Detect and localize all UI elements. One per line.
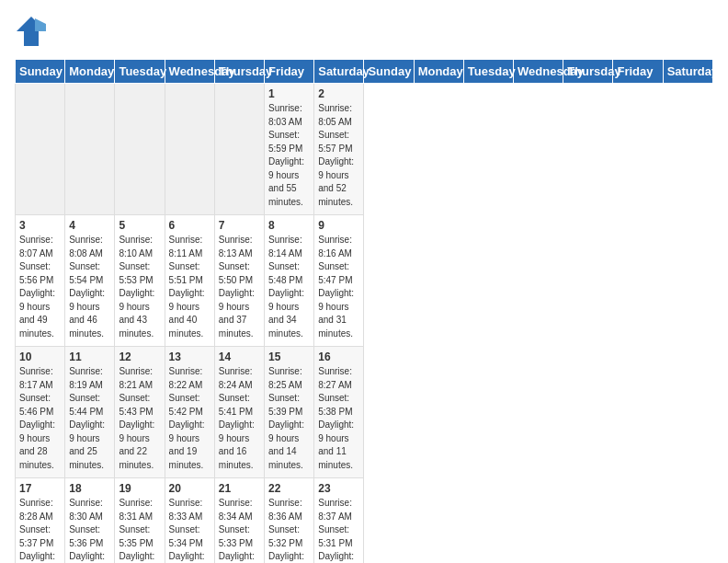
calendar-cell: 3Sunrise: 8:07 AM Sunset: 5:56 PM Daylig…	[16, 215, 65, 347]
calendar-cell: 19Sunrise: 8:31 AM Sunset: 5:35 PM Dayli…	[115, 478, 165, 564]
calendar-table: SundayMondayTuesdayWednesdayThursdayFrid…	[15, 59, 713, 563]
day-info: Sunrise: 8:10 AM Sunset: 5:53 PM Dayligh…	[119, 234, 160, 340]
day-number: 9	[318, 219, 359, 232]
day-number: 23	[318, 482, 359, 495]
calendar-cell: 20Sunrise: 8:33 AM Sunset: 5:34 PM Dayli…	[165, 478, 214, 564]
calendar-week-row: 10Sunrise: 8:17 AM Sunset: 5:46 PM Dayli…	[16, 347, 713, 478]
header-monday: Monday	[65, 60, 115, 84]
header-sunday: Sunday	[364, 60, 414, 84]
header-monday: Monday	[414, 60, 463, 84]
svg-marker-1	[35, 18, 46, 31]
calendar-cell	[214, 84, 264, 215]
calendar-cell: 18Sunrise: 8:30 AM Sunset: 5:36 PM Dayli…	[65, 478, 115, 564]
calendar-cell: 12Sunrise: 8:21 AM Sunset: 5:43 PM Dayli…	[115, 347, 165, 478]
header-friday: Friday	[613, 60, 663, 84]
day-info: Sunrise: 8:21 AM Sunset: 5:43 PM Dayligh…	[119, 365, 160, 472]
day-number: 10	[19, 350, 61, 363]
calendar-cell: 21Sunrise: 8:34 AM Sunset: 5:33 PM Dayli…	[214, 478, 264, 564]
day-info: Sunrise: 8:24 AM Sunset: 5:41 PM Dayligh…	[219, 365, 260, 472]
day-info: Sunrise: 8:27 AM Sunset: 5:38 PM Dayligh…	[318, 365, 359, 472]
header-wednesday: Wednesday	[514, 60, 563, 84]
calendar-cell: 22Sunrise: 8:36 AM Sunset: 5:32 PM Dayli…	[265, 478, 314, 564]
day-number: 22	[268, 482, 310, 495]
calendar-cell: 2Sunrise: 8:05 AM Sunset: 5:57 PM Daylig…	[314, 84, 364, 215]
day-info: Sunrise: 8:14 AM Sunset: 5:48 PM Dayligh…	[268, 234, 310, 340]
calendar-cell: 7Sunrise: 8:13 AM Sunset: 5:50 PM Daylig…	[214, 215, 264, 347]
header-saturday: Saturday	[663, 60, 712, 84]
day-info: Sunrise: 8:28 AM Sunset: 5:37 PM Dayligh…	[19, 497, 61, 563]
header-tuesday: Tuesday	[463, 60, 513, 84]
calendar-week-row: 1Sunrise: 8:03 AM Sunset: 5:59 PM Daylig…	[16, 84, 713, 215]
calendar-cell: 13Sunrise: 8:22 AM Sunset: 5:42 PM Dayli…	[165, 347, 214, 478]
calendar-cell: 23Sunrise: 8:37 AM Sunset: 5:31 PM Dayli…	[314, 478, 364, 564]
day-number: 6	[169, 219, 210, 232]
calendar-cell: 15Sunrise: 8:25 AM Sunset: 5:39 PM Dayli…	[265, 347, 314, 478]
day-number: 19	[119, 482, 160, 495]
calendar-cell	[115, 84, 165, 215]
calendar-cell: 17Sunrise: 8:28 AM Sunset: 5:37 PM Dayli…	[16, 478, 65, 564]
calendar-cell	[16, 84, 65, 215]
day-info: Sunrise: 8:31 AM Sunset: 5:35 PM Dayligh…	[119, 497, 160, 563]
calendar-cell: 6Sunrise: 8:11 AM Sunset: 5:51 PM Daylig…	[165, 215, 214, 347]
logo	[15, 15, 51, 48]
day-number: 2	[318, 87, 359, 100]
calendar-week-row: 17Sunrise: 8:28 AM Sunset: 5:37 PM Dayli…	[16, 478, 713, 564]
day-info: Sunrise: 8:22 AM Sunset: 5:42 PM Dayligh…	[169, 365, 210, 472]
day-info: Sunrise: 8:33 AM Sunset: 5:34 PM Dayligh…	[169, 497, 210, 563]
day-info: Sunrise: 8:34 AM Sunset: 5:33 PM Dayligh…	[219, 497, 260, 563]
day-info: Sunrise: 8:07 AM Sunset: 5:56 PM Dayligh…	[19, 234, 61, 340]
calendar-header-row: SundayMondayTuesdayWednesdayThursdayFrid…	[16, 60, 713, 84]
day-number: 4	[69, 219, 110, 232]
header-thursday: Thursday	[563, 60, 613, 84]
calendar-week-row: 3Sunrise: 8:07 AM Sunset: 5:56 PM Daylig…	[16, 215, 713, 347]
calendar-cell	[165, 84, 214, 215]
day-info: Sunrise: 8:37 AM Sunset: 5:31 PM Dayligh…	[318, 497, 359, 563]
day-number: 1	[268, 87, 310, 100]
day-info: Sunrise: 8:11 AM Sunset: 5:51 PM Dayligh…	[169, 234, 210, 340]
day-number: 8	[268, 219, 310, 232]
logo-icon	[15, 15, 48, 48]
calendar-cell: 14Sunrise: 8:24 AM Sunset: 5:41 PM Dayli…	[214, 347, 264, 478]
day-number: 21	[219, 482, 260, 495]
day-info: Sunrise: 8:17 AM Sunset: 5:46 PM Dayligh…	[19, 365, 61, 472]
day-info: Sunrise: 8:13 AM Sunset: 5:50 PM Dayligh…	[219, 234, 260, 340]
day-number: 12	[119, 350, 160, 363]
header-thursday: Thursday	[214, 60, 264, 84]
day-number: 20	[169, 482, 210, 495]
day-info: Sunrise: 8:16 AM Sunset: 5:47 PM Dayligh…	[318, 234, 359, 340]
calendar-cell: 9Sunrise: 8:16 AM Sunset: 5:47 PM Daylig…	[314, 215, 364, 347]
calendar-cell	[65, 84, 115, 215]
day-number: 14	[219, 350, 260, 363]
day-info: Sunrise: 8:19 AM Sunset: 5:44 PM Dayligh…	[69, 365, 110, 472]
day-number: 7	[219, 219, 260, 232]
calendar-cell: 16Sunrise: 8:27 AM Sunset: 5:38 PM Dayli…	[314, 347, 364, 478]
day-info: Sunrise: 8:08 AM Sunset: 5:54 PM Dayligh…	[69, 234, 110, 340]
header-wednesday: Wednesday	[165, 60, 214, 84]
day-number: 15	[268, 350, 310, 363]
day-number: 5	[119, 219, 160, 232]
header-sunday: Sunday	[16, 60, 65, 84]
calendar-cell: 1Sunrise: 8:03 AM Sunset: 5:59 PM Daylig…	[265, 84, 314, 215]
day-number: 16	[318, 350, 359, 363]
header-friday: Friday	[265, 60, 314, 84]
day-number: 3	[19, 219, 61, 232]
day-info: Sunrise: 8:03 AM Sunset: 5:59 PM Dayligh…	[268, 102, 310, 209]
page-header	[15, 15, 713, 48]
day-info: Sunrise: 8:30 AM Sunset: 5:36 PM Dayligh…	[69, 497, 110, 563]
header-saturday: Saturday	[314, 60, 364, 84]
day-number: 11	[69, 350, 110, 363]
day-info: Sunrise: 8:36 AM Sunset: 5:32 PM Dayligh…	[268, 497, 310, 563]
calendar-cell: 5Sunrise: 8:10 AM Sunset: 5:53 PM Daylig…	[115, 215, 165, 347]
day-number: 18	[69, 482, 110, 495]
day-info: Sunrise: 8:05 AM Sunset: 5:57 PM Dayligh…	[318, 102, 359, 209]
calendar-cell: 8Sunrise: 8:14 AM Sunset: 5:48 PM Daylig…	[265, 215, 314, 347]
day-info: Sunrise: 8:25 AM Sunset: 5:39 PM Dayligh…	[268, 365, 310, 472]
day-number: 17	[19, 482, 61, 495]
day-number: 13	[169, 350, 210, 363]
header-tuesday: Tuesday	[115, 60, 165, 84]
calendar-cell: 11Sunrise: 8:19 AM Sunset: 5:44 PM Dayli…	[65, 347, 115, 478]
calendar-cell: 10Sunrise: 8:17 AM Sunset: 5:46 PM Dayli…	[16, 347, 65, 478]
calendar-cell: 4Sunrise: 8:08 AM Sunset: 5:54 PM Daylig…	[65, 215, 115, 347]
